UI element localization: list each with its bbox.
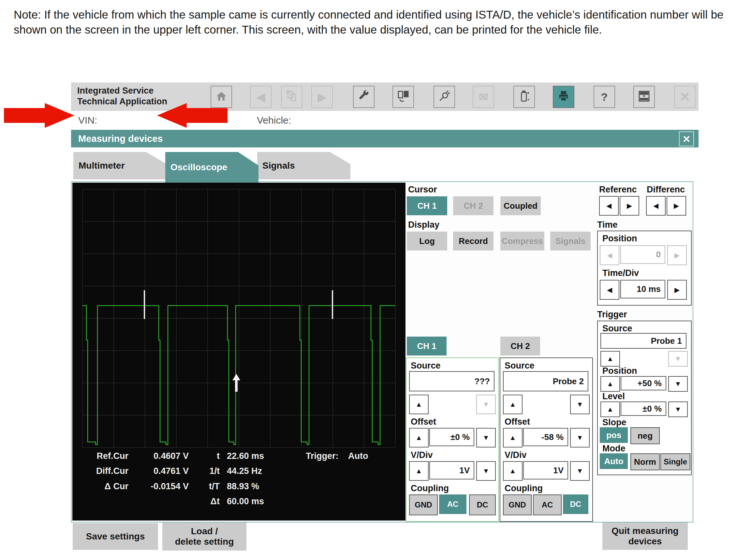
tab-oscilloscope[interactable]: Oscilloscope	[165, 152, 259, 183]
window-title: Measuring devices	[78, 133, 163, 144]
ch1-offset-label: Offset	[411, 417, 436, 427]
t-label: t	[197, 451, 220, 461]
ch2-coupling-gnd-button[interactable]: GND	[503, 494, 532, 515]
mode-single-button[interactable]: Single	[660, 453, 690, 470]
trigger-level-down-button[interactable]: ▼	[668, 401, 688, 417]
ch2-coupling-dc-button[interactable]: DC	[563, 494, 588, 514]
timediv-right-button[interactable]: ▶	[667, 280, 687, 300]
slope-pos-button[interactable]: pos	[600, 427, 628, 443]
home-icon	[215, 90, 228, 104]
reference-label: Referenc	[599, 185, 637, 195]
ch2-vdiv-up-button[interactable]: ▲	[503, 461, 522, 481]
app-title-line2: Technical Application	[77, 96, 167, 107]
delta-cursor-label: Δ Cur	[78, 481, 128, 492]
cursor-coupled-button[interactable]: Coupled	[500, 196, 541, 215]
close-icon: ✕	[679, 89, 690, 104]
ch2-offset-label: Offset	[504, 417, 530, 427]
trigger-level-up-button[interactable]: ▲	[600, 401, 620, 417]
ch1-vdiv-label: V/Div	[411, 450, 433, 460]
close-measuring-devices-icon[interactable]: ✕	[679, 131, 694, 146]
ch1-coupling-dc-button[interactable]: DC	[469, 494, 496, 515]
ch1-tab[interactable]: CH 1	[407, 337, 446, 356]
cursor-ch1-button[interactable]: CH 1	[407, 196, 447, 215]
connector-button[interactable]	[433, 86, 455, 108]
difference-cursor[interactable]	[332, 290, 333, 319]
vin-label: VIN:	[78, 115, 97, 126]
screen-change-icon	[638, 90, 651, 104]
trigger-source-value: Probe 1	[600, 333, 686, 349]
ch1-offset-up-button[interactable]: ▲	[409, 428, 429, 447]
home-button[interactable]	[211, 86, 232, 108]
t-value: 22.60 ms	[227, 451, 264, 461]
timediv-value: 10 ms	[620, 280, 665, 298]
print-button[interactable]	[553, 86, 574, 108]
workshop-terminal-button[interactable]	[392, 86, 414, 108]
difference-left-button[interactable]: ◀	[646, 196, 666, 216]
operations-list-icon	[285, 90, 298, 104]
quit-measuring-devices-button[interactable]: Quit measuring devices	[602, 522, 688, 550]
ref-cursor-label: Ref.Cur	[78, 451, 128, 461]
time-section-label: Time	[597, 220, 618, 230]
display-log-button[interactable]: Log	[407, 232, 447, 250]
ch1-vdiv-up-button[interactable]: ▲	[409, 461, 429, 481]
operations-list-button[interactable]	[281, 86, 303, 108]
back-button[interactable]: ◀	[250, 86, 272, 108]
ch2-source-up-button[interactable]: ▲	[503, 395, 522, 414]
display-record-button[interactable]: Record	[453, 232, 493, 250]
time-position-right-button[interactable]: ▶	[667, 245, 687, 265]
ch1-vdiv-down-button[interactable]: ▼	[476, 461, 496, 481]
forward-button[interactable]: ▶	[311, 86, 333, 108]
quit-line2: devices	[611, 536, 678, 547]
screen-change-button[interactable]	[633, 86, 655, 108]
trigger-status-label: Trigger:	[306, 451, 339, 461]
ch2-vdiv-down-button[interactable]: ▼	[570, 461, 590, 481]
mail-button[interactable]: ✉	[473, 86, 494, 108]
ch1-source-value: ???	[409, 371, 494, 391]
time-position-left-button[interactable]: ◀	[600, 245, 619, 265]
close-app-button[interactable]: ✕	[674, 86, 696, 108]
cursor-ch2-button[interactable]: CH 2	[453, 196, 493, 215]
display-section-label: Display	[408, 220, 439, 230]
slope-neg-button[interactable]: neg	[630, 427, 660, 444]
trigger-level-label: Level	[602, 391, 625, 401]
reference-left-button[interactable]: ◀	[599, 196, 619, 216]
trigger-source-down-button[interactable]: ▼	[668, 351, 688, 367]
ch2-tab[interactable]: CH 2	[500, 337, 540, 356]
service-functions-button[interactable]	[353, 86, 374, 108]
connector-icon	[438, 90, 451, 104]
trigger-section-label: Trigger	[597, 310, 627, 320]
ch1-source-up-button[interactable]: ▲	[409, 395, 429, 414]
ch2-offset-up-button[interactable]: ▲	[503, 428, 522, 447]
difference-right-button[interactable]: ▶	[667, 196, 686, 216]
trigger-source-up-button[interactable]: ▲	[600, 351, 620, 367]
measuring-devices-titlebar: Measuring devices ✕	[71, 130, 699, 147]
ch2-coupling-ac-button[interactable]: AC	[533, 494, 562, 515]
ch1-coupling-ac-button[interactable]: AC	[439, 494, 466, 514]
note-text: Note: If the vehicle from which the samp…	[14, 7, 728, 37]
mode-norm-button[interactable]: Norm	[630, 453, 660, 470]
display-compress-button[interactable]: Compress	[500, 232, 544, 250]
ch1-source-down-button[interactable]: ▼	[476, 395, 496, 414]
ch1-offset-down-button[interactable]: ▼	[476, 428, 496, 447]
help-icon: ?	[601, 91, 608, 103]
ch2-offset-down-button[interactable]: ▼	[570, 428, 590, 447]
mode-auto-button[interactable]: Auto	[600, 453, 628, 469]
tab-signals[interactable]: Signals	[257, 152, 351, 179]
trigger-position-value: +50 %	[621, 376, 666, 390]
ch2-offset-value: -58 %	[523, 428, 568, 446]
ch2-source-down-button[interactable]: ▼	[570, 395, 590, 414]
timediv-left-button[interactable]: ◀	[600, 280, 619, 300]
save-settings-button[interactable]: Save settings	[73, 523, 158, 550]
trigger-status-value: Auto	[348, 451, 368, 461]
ch1-coupling-gnd-button[interactable]: GND	[409, 494, 438, 515]
ch1-vdiv-value: 1V	[429, 461, 474, 479]
trigger-position-down-button[interactable]: ▼	[668, 376, 688, 392]
help-button[interactable]: ?	[594, 86, 615, 108]
reference-cursor[interactable]	[144, 290, 145, 319]
reference-right-button[interactable]: ▶	[620, 196, 639, 216]
trigger-position-up-button[interactable]: ▲	[600, 376, 620, 392]
tab-multimeter[interactable]: Multimeter	[73, 152, 167, 179]
load-delete-setting-button[interactable]: Load / delete setting	[162, 522, 247, 551]
battery-button[interactable]	[513, 86, 535, 108]
display-signals-button[interactable]: Signals	[550, 232, 591, 250]
